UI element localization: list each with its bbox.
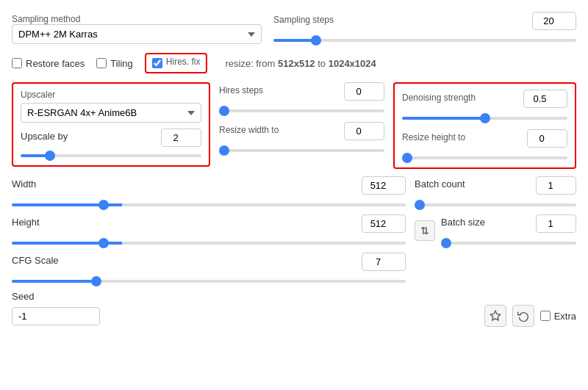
upscaler-select[interactable]: R-ESRGAN 4x+ Anime6B (21, 103, 201, 123)
upscale-by-label: Upscale by (21, 131, 155, 142)
resize-info: resize: from 512x512 to 1024x1024 (225, 58, 376, 69)
sampling-steps-input[interactable] (532, 12, 576, 30)
resize-height-slider[interactable] (402, 156, 567, 159)
cfg-scale-slider[interactable] (12, 280, 406, 283)
tiling-label: Tiling (110, 58, 133, 69)
resize-width-input[interactable] (344, 122, 384, 140)
restore-faces-checkbox[interactable] (12, 58, 22, 68)
seed-input[interactable] (12, 307, 100, 325)
height-input[interactable] (362, 214, 406, 233)
width-label: Width (12, 178, 56, 189)
extra-checkbox[interactable] (540, 311, 551, 321)
restore-faces-label: Restore faces (26, 58, 85, 69)
batch-size-input[interactable] (536, 214, 576, 233)
resize-width-label: Resize width to (219, 125, 338, 135)
batch-size-label: Batch size (441, 217, 485, 228)
resize-height-input[interactable] (527, 129, 567, 148)
svg-marker-0 (490, 311, 500, 320)
sampling-steps-slider[interactable] (273, 39, 576, 42)
denoising-label: Denoising strength (402, 93, 517, 103)
swap-dimensions-button[interactable]: ⇅ (415, 220, 435, 241)
denoising-slider[interactable] (402, 117, 567, 120)
upscale-by-slider[interactable] (21, 154, 201, 157)
height-slider[interactable] (12, 242, 406, 245)
sampling-method-label: Sampling method (12, 14, 80, 24)
sampling-method-select[interactable]: DPM++ 2M Karras (12, 24, 262, 44)
extra-label: Extra (554, 311, 576, 322)
batch-count-label: Batch count (415, 178, 465, 189)
hires-fix-label: Hires. fix (166, 57, 201, 67)
cfg-scale-label: CFG Scale (12, 255, 71, 266)
batch-count-slider[interactable] (415, 203, 576, 206)
random-seed-button[interactable] (484, 305, 506, 327)
hires-fix-checkbox[interactable] (152, 58, 162, 68)
reuse-seed-button[interactable] (512, 305, 534, 327)
hires-steps-label: Hires steps (219, 85, 338, 95)
sampling-steps-label: Sampling steps (273, 15, 334, 25)
batch-size-slider[interactable] (441, 242, 576, 245)
denoising-input[interactable] (523, 90, 567, 108)
width-slider[interactable] (12, 203, 406, 206)
resize-height-label: Resize height to (402, 132, 521, 142)
hires-steps-input[interactable] (344, 82, 384, 101)
height-label: Height (12, 217, 56, 228)
upscaler-label: Upscaler (21, 90, 201, 100)
hires-steps-slider[interactable] (219, 109, 384, 112)
upscale-by-input[interactable] (161, 129, 201, 147)
tiling-checkbox[interactable] (96, 58, 107, 68)
width-input[interactable] (362, 176, 406, 195)
resize-width-slider[interactable] (219, 149, 384, 152)
cfg-scale-input[interactable] (362, 253, 406, 271)
seed-label: Seed (12, 291, 576, 302)
batch-count-input[interactable] (536, 176, 576, 195)
